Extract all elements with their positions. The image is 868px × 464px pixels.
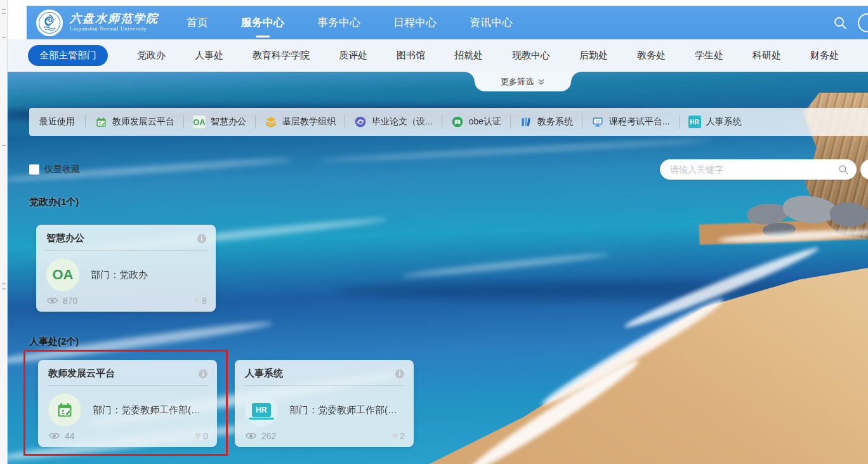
university-logo[interactable]: 六盘水师范学院 Liupanshui Normal University [36, 9, 159, 37]
eye-icon [48, 432, 60, 440]
hr-badge-icon: HR [688, 116, 701, 128]
like-button[interactable]: ♥ 8 [194, 295, 207, 306]
view-count: 44 [48, 431, 75, 441]
card-department: 部门：党委教师工作部(人事处... [93, 404, 207, 416]
nav-service-center[interactable]: 服务中心 [240, 11, 286, 34]
service-center-page: 六盘水师范学院 Liupanshui Normal University 首页 … [0, 0, 868, 464]
top-white-band [8, 0, 868, 6]
university-seal-icon [36, 9, 63, 37]
card-title: 人事系统 [245, 368, 283, 380]
app-card-teacher-dev-platform[interactable]: 教师发展云平台 部门：党委教师工作部(人事处... [38, 360, 217, 447]
recent-item-label: 课程考试平台... [609, 116, 670, 128]
filter-jiaowuchu[interactable]: 教务处 [637, 50, 666, 62]
nav-affairs-center[interactable]: 事务中心 [316, 11, 362, 34]
header-right-tools [832, 13, 868, 32]
search-icon[interactable] [832, 15, 848, 30]
hr-badge-icon: HR [245, 394, 278, 427]
filter-all-departments[interactable]: 全部主管部门 [28, 45, 108, 66]
recent-item-label: obe认证 [469, 116, 501, 128]
filter-renshichu[interactable]: 人事处 [195, 50, 223, 62]
filter-zhipingchu[interactable]: 质评处 [339, 50, 367, 62]
filter-houqinchu[interactable]: 后勤处 [579, 50, 608, 62]
chevron-double-down-icon [537, 78, 545, 86]
recent-item-obe[interactable]: obe认证 [442, 116, 510, 128]
nav-news-center[interactable]: 资讯中心 [468, 11, 514, 34]
header-bar: 六盘水师范学院 Liupanshui Normal University 首页 … [8, 6, 868, 39]
university-name-en: Liupanshui Normal University [70, 26, 159, 32]
filter-xueshengchu[interactable]: 学生处 [695, 50, 723, 62]
like-button[interactable]: ♥ 2 [391, 430, 405, 441]
user-avatar-icon[interactable] [858, 13, 868, 32]
heart-icon: ♥ [194, 295, 200, 306]
recent-item-exam-platform[interactable]: 课程考试平台... [582, 116, 679, 128]
filter-caiwuchu[interactable]: 财务处 [810, 50, 839, 62]
recent-item-smart-office[interactable]: OA 智慧办公 [184, 116, 255, 128]
info-icon[interactable] [197, 234, 207, 244]
info-icon[interactable] [395, 369, 405, 379]
main-nav: 首页 服务中心 事务中心 日程中心 资讯中心 [185, 11, 514, 34]
search-icon[interactable] [838, 164, 849, 175]
app-card-smart-office[interactable]: 智慧办公 OA 部门：党政办 870 ♥ [36, 225, 216, 312]
department-filter-bar: 全部主管部门 党政办 人事处 教育科学学院 质评处 图书馆 招就处 现教中心 后… [8, 39, 868, 72]
app-card-hr-system[interactable]: 人事系统 HR 部门：党委教师工作部(人事处... 262 [235, 360, 414, 447]
recent-item-teaching-org[interactable]: 基层教学组织 [256, 116, 345, 128]
recent-item-hr-system[interactable]: HR 人事系统 [680, 116, 751, 128]
oa-text-icon: OA [46, 258, 79, 291]
filter-xianjiao-center[interactable]: 现教中心 [512, 50, 550, 62]
more-filters-tab[interactable]: 更多筛选 [475, 72, 571, 91]
recent-item-thesis[interactable]: 毕业论文（设... [345, 116, 442, 128]
nav-schedule-center[interactable]: 日程中心 [392, 11, 438, 34]
favorites-checkbox[interactable] [29, 164, 39, 175]
favorites-only-toggle[interactable]: 仅显收藏 [29, 164, 80, 175]
card-department: 部门：党委教师工作部(人事处... [289, 404, 404, 416]
card-title: 教师发展云平台 [48, 368, 115, 380]
heart-icon: ♥ [195, 430, 201, 441]
filter-dangzhengban[interactable]: 党政办 [137, 50, 166, 62]
thesis-circle-icon [354, 116, 367, 128]
filter-education-school[interactable]: 教育科学学院 [253, 50, 310, 62]
section-title-renshichu: 人事处(2个) [29, 336, 79, 348]
view-count: 262 [245, 431, 276, 441]
more-filters-label: 更多筛选 [501, 76, 534, 88]
recent-item-label: 智慧办公 [211, 116, 246, 128]
university-name-zh: 六盘水师范学院 [70, 13, 159, 25]
recently-used-label: 最近使用 [39, 116, 85, 128]
filter-zhaojiuchu[interactable]: 招就处 [454, 50, 483, 62]
info-icon[interactable] [198, 369, 208, 379]
eye-icon [46, 296, 58, 305]
keyword-search-input[interactable] [670, 164, 838, 175]
books-icon [520, 116, 532, 128]
university-name: 六盘水师范学院 Liupanshui Normal University [70, 13, 159, 32]
monitor-icon [591, 116, 604, 128]
section-title-dangzhengban: 党政办(1个) [29, 196, 79, 208]
filter-keyanchu[interactable]: 科研处 [753, 50, 781, 62]
card-title: 智慧办公 [46, 232, 84, 244]
oa-text-icon: OA [193, 116, 206, 128]
favorites-label: 仅显收藏 [44, 164, 80, 175]
like-button[interactable]: ♥ 0 [195, 430, 208, 441]
recent-item-label: 毕业论文（设... [372, 116, 433, 128]
recent-item-label: 人事系统 [706, 116, 742, 128]
eye-icon [245, 432, 257, 440]
keyword-search [660, 159, 857, 180]
gold-layers-icon [265, 116, 277, 128]
recent-item-label: 基层教学组织 [282, 116, 336, 128]
recent-item-jiaowu-system[interactable]: 教务系统 [511, 116, 582, 128]
recent-item-teacher-dev[interactable]: 教师发展云平台 [86, 116, 183, 128]
header-left-gap [8, 6, 27, 39]
obe-circle-icon [451, 116, 464, 128]
calendar-pencil-icon [95, 116, 107, 128]
calendar-pencil-icon [48, 394, 81, 427]
view-count: 870 [46, 296, 77, 306]
recent-item-label: 教师发展云平台 [112, 116, 174, 128]
recently-used-bar: 最近使用 教师发展云平台 OA 智慧办公 [29, 108, 868, 136]
background-window-edge [0, 0, 8, 464]
card-department: 部门：党政办 [91, 269, 148, 281]
nav-home[interactable]: 首页 [185, 11, 209, 34]
heart-icon: ♥ [391, 430, 398, 441]
filter-library[interactable]: 图书馆 [397, 50, 425, 62]
recent-item-label: 教务系统 [537, 116, 573, 128]
